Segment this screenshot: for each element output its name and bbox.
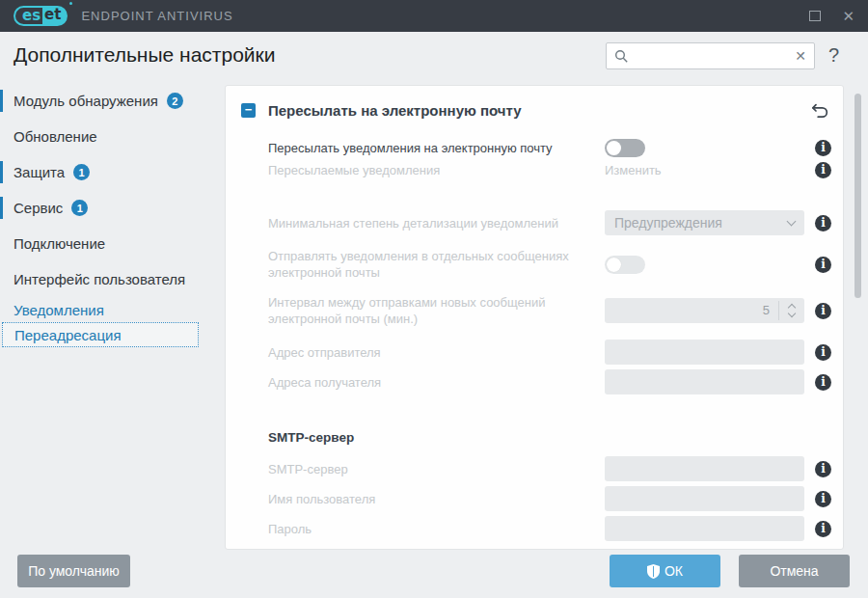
collapse-icon[interactable]: − (241, 103, 256, 118)
chevron-down-icon (787, 217, 797, 227)
row-label: Имя пользователя (268, 491, 586, 507)
info-icon[interactable]: i (815, 257, 831, 273)
eset-logo-et: et (42, 6, 68, 26)
dropdown-value: Предупреждения (614, 215, 788, 231)
cancel-button-label: Отмена (770, 563, 818, 579)
edit-link[interactable]: Изменить (605, 163, 662, 177)
row-label: Пароль (268, 521, 586, 537)
sidebar-item-detection-engine[interactable]: Модуль обнаружения 2 (0, 83, 213, 119)
toggle-forward-email[interactable] (605, 139, 645, 157)
row-label: Минимальная степень детализации уведомле… (268, 215, 586, 231)
badge-count: 1 (71, 200, 88, 216)
toggle-separate-emails[interactable] (605, 256, 645, 274)
sidebar-item-tools[interactable]: Сервис 1 (0, 190, 213, 226)
row-label: Отправлять уведомления в отдельных сообщ… (268, 248, 586, 281)
section-title: Пересылать на электронную почту (268, 102, 522, 119)
row-label: Адрес отправителя (268, 344, 586, 361)
default-button-label: По умолчанию (28, 563, 120, 579)
sidebar-item-label: Сервис (14, 200, 63, 216)
smtp-password-input[interactable] (605, 516, 804, 541)
sidebar-item-label: Модуль обнаружения (14, 93, 158, 109)
row-smtp-username: Имя пользователя i (226, 486, 843, 511)
search-input[interactable] (629, 49, 789, 64)
sidebar-item-label: Защита (14, 164, 65, 180)
row-label: Пересылать уведомления на электронную по… (268, 140, 586, 156)
smtp-heading: SMTP-сервер (226, 430, 843, 445)
row-smtp-password: Пароль i (226, 516, 843, 541)
row-sender-address: Адрес отправителя i (226, 340, 843, 365)
sidebar-item-user-interface[interactable]: Интерфейс пользователя (0, 261, 213, 297)
row-recipient-address: Адреса получателя i (226, 369, 843, 394)
info-icon[interactable]: i (815, 140, 831, 156)
sidebar-item-forwarding[interactable]: Переадресация (2, 322, 199, 347)
sidebar-item-label: Интерфейс пользователя (14, 271, 185, 287)
number-stepper[interactable] (779, 298, 804, 323)
registered-mark-icon (69, 2, 72, 5)
row-forward-email: Пересылать уведомления на электронную по… (226, 139, 843, 157)
smtp-username-input[interactable] (605, 486, 804, 511)
ok-button-label: ОК (665, 563, 683, 579)
row-separate-emails: Отправлять уведомления в отдельных сообщ… (226, 247, 843, 282)
sidebar: Модуль обнаружения 2 Обновление Защита 1… (0, 83, 213, 347)
info-icon[interactable]: i (815, 215, 831, 231)
ok-button[interactable]: ОК (610, 555, 720, 587)
page-title: Дополнительные настройки (14, 43, 275, 67)
recipient-address-input[interactable] (605, 369, 804, 394)
info-icon[interactable]: i (815, 461, 831, 477)
interval-input[interactable]: 5 (605, 298, 804, 323)
help-icon[interactable]: ? (828, 44, 839, 67)
default-button[interactable]: По умолчанию (17, 555, 130, 587)
cancel-button[interactable]: Отмена (739, 555, 850, 587)
chevron-down-icon[interactable] (788, 310, 796, 317)
info-icon[interactable]: i (815, 521, 831, 537)
close-icon[interactable]: ✕ (842, 9, 854, 23)
sidebar-item-protection[interactable]: Защита 1 (0, 154, 213, 190)
uac-shield-icon (647, 564, 660, 579)
eset-logo: eset (14, 6, 68, 26)
sender-address-input[interactable] (605, 340, 804, 365)
sidebar-item-label: Уведомления (14, 302, 104, 318)
info-icon[interactable]: i (815, 162, 831, 178)
row-interval: Интервал между отправками новых сообщени… (226, 293, 843, 328)
info-icon[interactable]: i (815, 491, 831, 507)
scrollbar-thumb[interactable] (854, 94, 861, 298)
sidebar-item-update[interactable]: Обновление (0, 119, 213, 154)
sidebar-item-connection[interactable]: Подключение (0, 226, 213, 261)
search-clear-icon[interactable]: ✕ (789, 48, 806, 64)
interval-value: 5 (605, 298, 778, 323)
badge-count: 2 (167, 93, 183, 109)
row-smtp-server: SMTP-сервер i (226, 456, 843, 481)
row-label: SMTP-сервер (268, 461, 586, 477)
info-icon[interactable]: i (815, 303, 831, 319)
search-icon (614, 49, 629, 64)
row-verbosity: Минимальная степень детализации уведомле… (226, 210, 843, 235)
sidebar-item-label: Обновление (14, 128, 97, 145)
sidebar-item-label: Переадресация (14, 327, 122, 343)
row-label: Пересылаемые уведомления (268, 162, 586, 178)
row-label: Интервал между отправками новых сообщени… (268, 294, 586, 327)
verbosity-dropdown[interactable]: Предупреждения (605, 210, 804, 235)
undo-icon[interactable] (811, 102, 829, 119)
product-name: ENDPOINT ANTIVIRUS (81, 9, 232, 23)
row-forwarded-notifications: Пересылаемые уведомления Изменить i (226, 162, 843, 178)
search-box[interactable]: ✕ (606, 42, 815, 69)
eset-logo-es: es (14, 6, 42, 26)
info-icon[interactable]: i (815, 344, 831, 361)
sidebar-item-notifications[interactable]: Уведомления (0, 297, 213, 322)
settings-panel: − Пересылать на электронную почту Пересы… (225, 85, 844, 550)
sidebar-item-label: Подключение (14, 235, 105, 252)
maximize-icon[interactable] (809, 11, 821, 21)
titlebar: eset ENDPOINT ANTIVIRUS ✕ (0, 0, 868, 32)
badge-count: 1 (73, 164, 90, 180)
row-label: Адреса получателя (268, 374, 586, 391)
smtp-server-input[interactable] (605, 456, 804, 481)
info-icon[interactable]: i (815, 374, 831, 391)
